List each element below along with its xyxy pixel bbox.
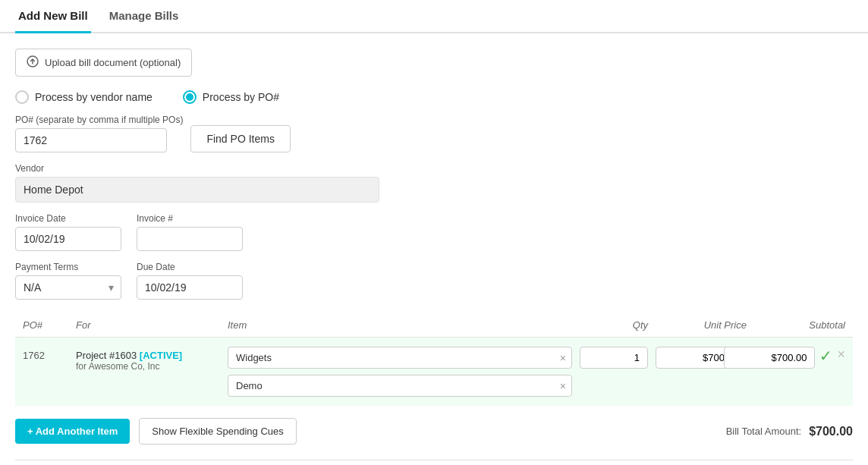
upload-bill-label: Upload bill document (optional) xyxy=(45,57,181,68)
due-date-input[interactable] xyxy=(137,275,243,300)
header-for: For xyxy=(76,319,228,331)
item-tag-input[interactable] xyxy=(228,347,572,369)
line-items-table: PO# For Item Qty Unit Price Subtotal 176… xyxy=(15,313,853,406)
invoice-num-group: Invoice # xyxy=(137,213,243,251)
upload-bill-button[interactable]: Upload bill document (optional) xyxy=(15,49,192,77)
invoice-row: Invoice Date Invoice # xyxy=(15,213,470,251)
header-po-num: PO# xyxy=(23,319,76,331)
spacer2 xyxy=(258,262,470,300)
item-tag-wrapper: × xyxy=(228,347,572,369)
vendor-value: Home Depot xyxy=(15,177,379,203)
qty-input[interactable] xyxy=(580,347,648,369)
upload-icon xyxy=(27,55,39,70)
payment-terms-label: Payment Terms xyxy=(15,262,121,272)
bill-total-label: Bill Total Amount: xyxy=(726,426,801,437)
invoice-date-group: Invoice Date xyxy=(15,213,121,251)
row-qty-col xyxy=(572,347,648,369)
payment-row: Payment Terms N/A Net 15 Net 30 Net 60 D… xyxy=(15,262,470,300)
radio-po-circle xyxy=(183,90,197,104)
row-project-sub: for Awesome Co, Inc xyxy=(76,361,228,372)
find-po-items-button[interactable]: Find PO Items xyxy=(190,125,290,152)
radio-vendor-circle xyxy=(15,90,29,104)
table-row: 1762 Project #1603 [ACTIVE] for Awesome … xyxy=(15,337,853,406)
invoice-date-label: Invoice Date xyxy=(15,213,121,224)
invoice-num-label: Invoice # xyxy=(137,213,243,224)
payment-terms-group: Payment Terms N/A Net 15 Net 30 Net 60 xyxy=(15,262,121,300)
confirm-row-icon[interactable]: ✓ xyxy=(819,347,832,365)
header-qty: Qty xyxy=(572,319,648,331)
main-content: Upload bill document (optional) Process … xyxy=(0,33,868,465)
radio-po-label: Process by PO# xyxy=(203,91,279,103)
subtotal-input[interactable] xyxy=(724,347,815,369)
radio-vendor-label: Process by vendor name xyxy=(35,91,153,103)
vendor-row: Vendor Home Depot xyxy=(15,163,853,203)
tab-add-new-bill[interactable]: Add New Bill xyxy=(15,0,91,33)
vendor-label: Vendor xyxy=(15,163,853,174)
radio-vendor[interactable]: Process by vendor name xyxy=(15,90,153,104)
po-field-group: PO# (separate by comma if multiple POs) xyxy=(15,115,183,152)
invoice-num-input[interactable] xyxy=(137,227,243,251)
demo-tag-wrapper: × xyxy=(228,375,572,397)
po-field-label: PO# (separate by comma if multiple POs) xyxy=(15,115,183,125)
radio-po[interactable]: Process by PO# xyxy=(183,90,279,104)
tab-manage-bills[interactable]: Manage Bills xyxy=(106,0,182,33)
row-project-name: Project #1603 [ACTIVE] xyxy=(76,350,228,361)
tab-bar: Add New Bill Manage Bills xyxy=(0,0,868,33)
add-another-item-button[interactable]: + Add Another Item xyxy=(15,419,130,444)
table-header-row: PO# For Item Qty Unit Price Subtotal xyxy=(15,313,853,337)
header-item: Item xyxy=(228,319,572,331)
due-date-label: Due Date xyxy=(137,262,243,272)
show-spending-cues-button[interactable]: Show Flexible Spending Cues xyxy=(139,418,296,445)
project-name-text: Project #1603 xyxy=(76,350,137,361)
po-input-row: PO# (separate by comma if multiple POs) … xyxy=(15,115,853,152)
row-subtotal-col: ✓ × xyxy=(747,347,845,369)
demo-tag-close-icon[interactable]: × xyxy=(560,380,566,392)
invoice-date-input[interactable] xyxy=(15,227,121,251)
header-subtotal: Subtotal xyxy=(747,319,845,331)
cancel-row-icon[interactable]: × xyxy=(837,347,845,363)
row-project-info: Project #1603 [ACTIVE] for Awesome Co, I… xyxy=(76,347,228,372)
spacer xyxy=(258,213,470,251)
item-tag-close-icon[interactable]: × xyxy=(560,352,566,364)
legend: Included in this bill Excluded from bill xyxy=(15,460,853,465)
payment-terms-select[interactable]: N/A Net 15 Net 30 Net 60 xyxy=(15,275,121,300)
row-item-col: × × xyxy=(228,347,572,397)
demo-tag-input[interactable] xyxy=(228,375,572,397)
row-po-num: 1762 xyxy=(23,347,76,361)
header-unit-price: Unit Price xyxy=(648,319,747,331)
bill-total-section: Bill Total Amount: $700.00 xyxy=(726,425,853,438)
bottom-bar: + Add Another Item Show Flexible Spendin… xyxy=(15,418,853,445)
bill-total-amount: $700.00 xyxy=(809,425,853,438)
process-options: Process by vendor name Process by PO# xyxy=(15,90,853,104)
due-date-group: Due Date xyxy=(137,262,243,300)
po-input[interactable] xyxy=(15,128,167,152)
payment-terms-select-wrapper: N/A Net 15 Net 30 Net 60 xyxy=(15,275,121,300)
active-badge: [ACTIVE] xyxy=(140,350,182,361)
